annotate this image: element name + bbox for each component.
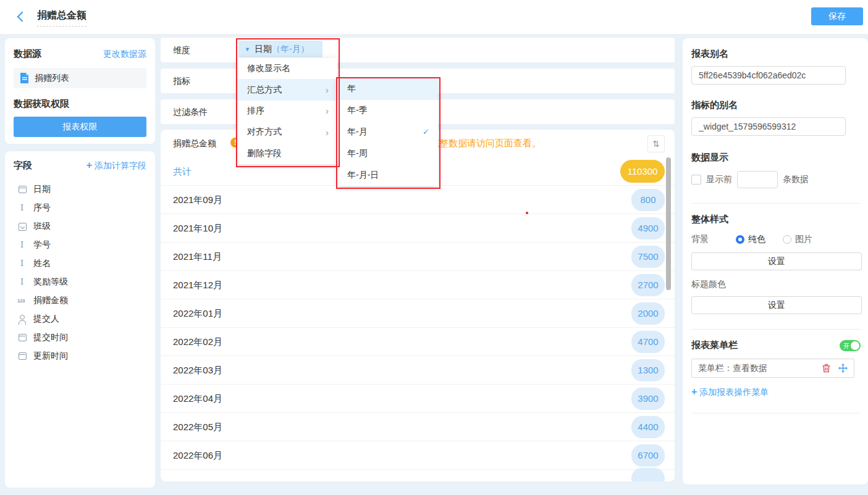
display-limit-checkbox[interactable]: [691, 175, 701, 185]
row-month: 2022年04月: [173, 393, 222, 405]
field-label: 序号: [33, 202, 51, 214]
menu-item-label: 排序: [247, 106, 264, 117]
app-root: 捐赠总金额 保存 数据源 更改数据源 捐赠列表 数据获取权限 报表权限 字段 添…: [0, 0, 868, 495]
row-value-badge: 7500: [631, 246, 665, 268]
field-item[interactable]: 班级: [5, 217, 155, 236]
submenu-item[interactable]: 年-季: [337, 100, 438, 122]
table-row: 2021年12月 2700: [161, 271, 675, 299]
field-label: 提交时间: [33, 332, 68, 343]
datasource-name: 捐赠列表: [35, 73, 69, 84]
dimension-field-chip[interactable]: 日期 （年-月）: [238, 41, 322, 57]
field-label: 捐赠金额: [33, 295, 68, 306]
settings-panel: 报表别名 指标的别名 数据显示 显示前 条数据 整体样式 背景 纯色 图片 设置…: [683, 38, 868, 485]
total-value-badge: 110300: [620, 160, 665, 183]
field-item[interactable]: 提交人: [5, 310, 155, 328]
delete-menu-item-button[interactable]: [822, 364, 831, 373]
divider: [691, 203, 861, 204]
report-alias-input[interactable]: [691, 66, 846, 85]
menu-item[interactable]: 汇总方式: [237, 79, 337, 100]
trash-icon: [822, 364, 831, 373]
submenu-item-label: 年: [347, 83, 356, 94]
field-type-icon: [17, 185, 27, 194]
display-limit-row: 显示前 条数据: [691, 171, 861, 188]
change-datasource-link[interactable]: 更改数据源: [103, 49, 146, 60]
page-title: 捐赠总金额: [37, 9, 86, 27]
submenu-item-label: 年-月: [347, 127, 368, 138]
row-value-badge: 800: [631, 189, 665, 211]
field-label: 日期: [33, 184, 51, 195]
dimension-label: 维度: [173, 45, 190, 55]
field-item[interactable]: 更新时间: [5, 347, 155, 365]
field-item[interactable]: 序号: [5, 199, 155, 217]
menu-item-label: 修改显示名: [247, 63, 290, 74]
report-alias-label: 报表别名: [691, 48, 861, 60]
field-list: 日期 序号 班级 学号 姓名 奖励等级 捐赠金额 提交人: [5, 180, 155, 365]
submenu-item-label: 年-周: [347, 148, 368, 159]
row-value-badge: 2700: [631, 274, 665, 296]
background-settings-button[interactable]: 设置: [691, 252, 862, 270]
row-month: 2022年02月: [173, 336, 222, 348]
display-limit-input[interactable]: [737, 171, 778, 188]
save-button[interactable]: 保存: [811, 7, 863, 25]
image-radio[interactable]: [783, 235, 791, 244]
image-label[interactable]: 图片: [795, 234, 812, 245]
add-report-action-link[interactable]: 添加报表操作菜单: [691, 386, 769, 398]
move-menu-item-handle[interactable]: [838, 364, 848, 373]
submenu-item[interactable]: 年: [337, 78, 438, 100]
divider: [691, 329, 861, 330]
table-scrollbar[interactable]: [666, 157, 671, 290]
field-label: 姓名: [33, 258, 51, 269]
filter-label: 过滤条件: [173, 107, 208, 117]
menu-bar-item-label: 菜单栏：查看数据: [698, 363, 814, 374]
field-item[interactable]: 日期: [5, 180, 155, 199]
field-type-icon: [17, 314, 27, 324]
menu-bar-toggle[interactable]: 开: [840, 340, 861, 351]
row-month: 2021年09月: [173, 194, 222, 206]
table-row: 2021年11月 7500: [161, 243, 675, 271]
submenu-item[interactable]: 年-周: [337, 143, 438, 164]
chip-field-detail: （年-月）: [272, 44, 310, 55]
table-row: 2022年02月 4700: [161, 328, 675, 356]
field-item[interactable]: 捐赠金额: [5, 291, 155, 310]
partial-row-pill: [631, 468, 665, 481]
menu-bar-head: 报表菜单栏 开: [691, 339, 861, 351]
solid-color-label[interactable]: 纯色: [748, 234, 765, 245]
field-type-icon: [17, 333, 27, 343]
field-item[interactable]: 奖励等级: [5, 273, 155, 291]
metric-alias-input[interactable]: [691, 117, 846, 136]
permission-title: 数据获取权限: [14, 98, 146, 110]
solid-color-radio[interactable]: [736, 235, 744, 244]
metric-label: 指标: [173, 76, 190, 86]
menu-item[interactable]: 修改显示名: [237, 58, 337, 79]
fields-title: 字段: [14, 160, 32, 172]
menu-item-label: 对齐方式: [247, 127, 282, 138]
title-color-settings-button[interactable]: 设置: [691, 296, 862, 314]
table-row: 2022年01月 2000: [161, 299, 675, 328]
display-limit-prefix: 显示前: [706, 174, 732, 185]
add-calc-field-link[interactable]: 添加计算字段: [86, 160, 146, 172]
row-value-badge: 4700: [631, 331, 665, 353]
row-month: 2021年12月: [173, 280, 222, 291]
field-label: 奖励等级: [33, 277, 68, 288]
menu-item[interactable]: 对齐方式: [237, 122, 337, 143]
field-item[interactable]: 姓名: [5, 254, 155, 273]
submenu-item[interactable]: 年-月-日: [337, 164, 438, 186]
submenu-item[interactable]: 年-月: [337, 122, 438, 143]
menu-item[interactable]: 排序: [237, 101, 337, 122]
datasource-item[interactable]: 捐赠列表: [14, 68, 146, 88]
sort-button[interactable]: [647, 135, 665, 152]
table-row: 2022年06月 6700: [161, 441, 675, 470]
menu-item[interactable]: 删除字段: [237, 143, 337, 164]
field-item[interactable]: 学号: [5, 236, 155, 254]
report-permission-button[interactable]: 报表权限: [14, 117, 146, 137]
field-item[interactable]: 提交时间: [5, 328, 155, 347]
toggle-knob: [851, 341, 859, 350]
row-month: 2022年03月: [173, 365, 222, 376]
back-icon[interactable]: [17, 12, 28, 22]
row-value-badge: 3900: [631, 388, 665, 410]
submenu-item-label: 年-月-日: [347, 170, 379, 181]
background-label: 背景: [691, 234, 736, 245]
metric-alias-label: 指标的别名: [691, 99, 861, 111]
row-month: 2022年01月: [173, 308, 222, 320]
submenu-item-label: 年-季: [347, 105, 368, 116]
